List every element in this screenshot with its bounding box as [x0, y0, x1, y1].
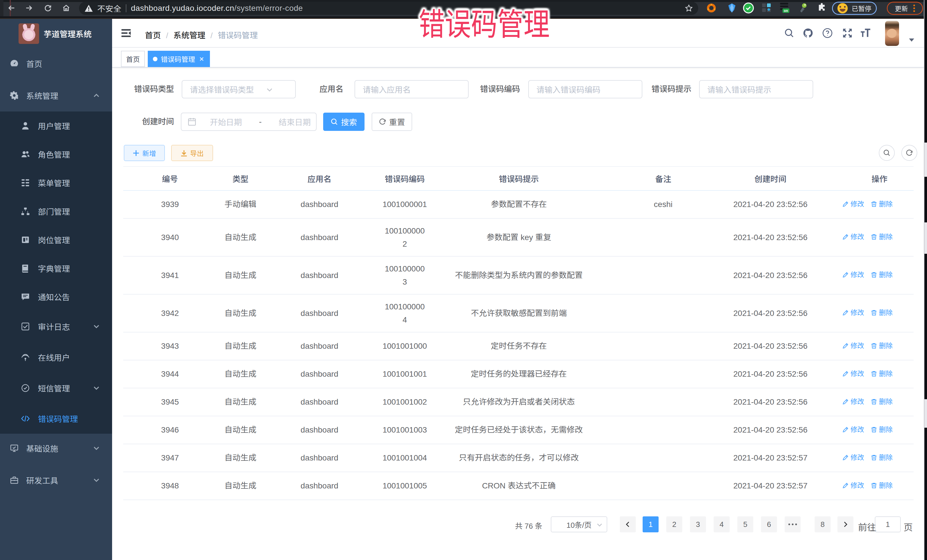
svg-text:on: on: [784, 9, 788, 13]
